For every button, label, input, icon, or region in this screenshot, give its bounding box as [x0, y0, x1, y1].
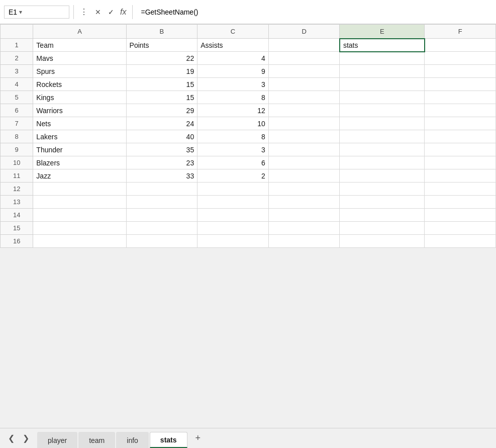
cell-16-D[interactable] [268, 235, 340, 248]
cell-1-D[interactable] [268, 39, 340, 52]
cell-6-B[interactable]: 29 [126, 104, 197, 117]
cell-7-A[interactable]: Nets [33, 117, 126, 130]
cell-3-A[interactable]: Spurs [33, 65, 126, 78]
cell-4-A[interactable]: Rockets [33, 78, 126, 91]
cell-8-C[interactable]: 8 [197, 130, 269, 143]
cell-2-B[interactable]: 22 [126, 52, 197, 65]
cell-14-E[interactable] [340, 209, 425, 222]
cell-2-E[interactable] [340, 52, 425, 65]
cell-15-E[interactable] [340, 222, 425, 235]
cell-6-F[interactable] [425, 104, 496, 117]
cell-2-C[interactable]: 4 [197, 52, 269, 65]
cell-7-F[interactable] [425, 117, 496, 130]
cell-5-E[interactable] [340, 91, 425, 104]
cell-12-C[interactable] [197, 183, 269, 196]
cell-14-F[interactable] [425, 209, 496, 222]
confirm-icon[interactable]: ✓ [106, 7, 116, 17]
cell-15-D[interactable] [268, 222, 340, 235]
cell-9-C[interactable]: 3 [197, 143, 269, 156]
cell-14-D[interactable] [268, 209, 340, 222]
cell-8-E[interactable] [340, 130, 425, 143]
cell-6-C[interactable]: 12 [197, 104, 269, 117]
cell-4-D[interactable] [268, 78, 340, 91]
cell-8-A[interactable]: Lakers [33, 130, 126, 143]
cell-15-F[interactable] [425, 222, 496, 235]
cell-14-C[interactable] [197, 209, 269, 222]
cell-11-E[interactable] [340, 169, 425, 183]
cell-13-B[interactable] [126, 196, 197, 209]
cell-6-E[interactable] [340, 104, 425, 117]
cell-10-A[interactable]: Blazers [33, 156, 126, 169]
cell-14-B[interactable] [126, 209, 197, 222]
cell-11-A[interactable]: Jazz [33, 169, 126, 183]
cell-5-C[interactable]: 8 [197, 91, 269, 104]
cell-9-B[interactable]: 35 [126, 143, 197, 156]
cell-7-C[interactable]: 10 [197, 117, 269, 130]
cell-5-A[interactable]: Kings [33, 91, 126, 104]
cell-8-B[interactable]: 40 [126, 130, 197, 143]
cell-16-A[interactable] [33, 235, 126, 248]
tab-stats[interactable]: stats [150, 432, 187, 448]
cell-15-B[interactable] [126, 222, 197, 235]
cell-3-F[interactable] [425, 65, 496, 78]
cell-11-D[interactable] [268, 169, 340, 183]
cell-16-B[interactable] [126, 235, 197, 248]
cell-reference-box[interactable]: E1 ▾ [4, 6, 69, 19]
cell-7-D[interactable] [268, 117, 340, 130]
cell-12-F[interactable] [425, 183, 496, 196]
cell-13-F[interactable] [425, 196, 496, 209]
cell-12-A[interactable] [33, 183, 126, 196]
cell-16-C[interactable] [197, 235, 269, 248]
cell-11-F[interactable] [425, 169, 496, 183]
cell-14-A[interactable] [33, 209, 126, 222]
cell-3-B[interactable]: 19 [126, 65, 197, 78]
cell-4-E[interactable] [340, 78, 425, 91]
tab-info[interactable]: info [116, 432, 149, 448]
cell-ref-dropdown-icon[interactable]: ▾ [19, 9, 22, 16]
cell-11-B[interactable]: 33 [126, 169, 197, 183]
cell-7-B[interactable]: 24 [126, 117, 197, 130]
cell-2-A[interactable]: Mavs [33, 52, 126, 65]
cell-8-D[interactable] [268, 130, 340, 143]
cell-12-D[interactable] [268, 183, 340, 196]
cell-1-B[interactable]: Points [126, 39, 197, 52]
cell-1-E[interactable]: stats [340, 39, 425, 52]
cell-10-F[interactable] [425, 156, 496, 169]
cell-10-E[interactable] [340, 156, 425, 169]
cell-5-B[interactable]: 15 [126, 91, 197, 104]
cancel-icon[interactable]: ✕ [93, 7, 103, 17]
cell-4-C[interactable]: 3 [197, 78, 269, 91]
col-header-F[interactable]: F [425, 25, 496, 39]
add-sheet-button[interactable]: + [190, 431, 206, 445]
cell-1-F[interactable] [425, 39, 496, 52]
cell-2-D[interactable] [268, 52, 340, 65]
cell-9-F[interactable] [425, 143, 496, 156]
cell-1-C[interactable]: Assists [197, 39, 269, 52]
cell-2-F[interactable] [425, 52, 496, 65]
cell-8-F[interactable] [425, 130, 496, 143]
cell-10-B[interactable]: 23 [126, 156, 197, 169]
col-header-B[interactable]: B [126, 25, 197, 39]
cell-9-E[interactable] [340, 143, 425, 156]
cell-6-A[interactable]: Warriors [33, 104, 126, 117]
col-header-A[interactable]: A [33, 25, 126, 39]
cell-6-D[interactable] [268, 104, 340, 117]
cell-10-D[interactable] [268, 156, 340, 169]
tab-next-button[interactable]: ❯ [19, 431, 33, 445]
cell-5-D[interactable] [268, 91, 340, 104]
tab-player[interactable]: player [37, 432, 77, 448]
grid-wrapper[interactable]: A B C D E F 1TeamPointsAssistsstats2Mavs… [0, 24, 496, 428]
cell-16-E[interactable] [340, 235, 425, 248]
cell-5-F[interactable] [425, 91, 496, 104]
cell-15-A[interactable] [33, 222, 126, 235]
cell-11-C[interactable]: 2 [197, 169, 269, 183]
cell-7-E[interactable] [340, 117, 425, 130]
cell-12-E[interactable] [340, 183, 425, 196]
cell-9-D[interactable] [268, 143, 340, 156]
cell-13-A[interactable] [33, 196, 126, 209]
col-header-C[interactable]: C [197, 25, 269, 39]
cell-10-C[interactable]: 6 [197, 156, 269, 169]
cell-13-E[interactable] [340, 196, 425, 209]
tab-team[interactable]: team [78, 432, 115, 448]
cell-3-D[interactable] [268, 65, 340, 78]
